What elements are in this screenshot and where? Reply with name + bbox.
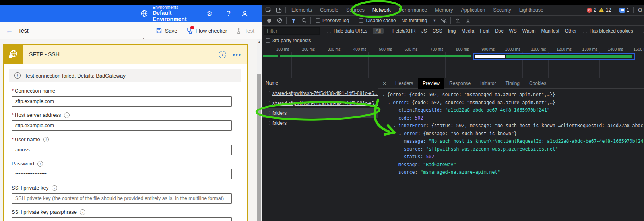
tab-elements[interactable]: Elements [287, 5, 316, 16]
tab-sources[interactable]: Sources [342, 5, 369, 16]
field-input-user-name[interactable] [12, 145, 232, 155]
filter-chip-css[interactable]: CSS [430, 28, 445, 34]
tab-response[interactable]: Response [444, 78, 475, 89]
field-input-ssh-private-key[interactable] [12, 193, 232, 204]
import-har-icon[interactable] [452, 18, 463, 23]
filter-chip-img[interactable]: Img [445, 28, 458, 34]
table-row-request[interactable]: folders [262, 108, 378, 118]
filter-chip-ws[interactable]: WS [506, 28, 520, 34]
connector-info-icon[interactable]: i [219, 51, 226, 58]
field-input-ssh-private-key-passphrase[interactable] [12, 217, 232, 221]
disable-cache-checkbox[interactable]: Disable cache [359, 18, 396, 23]
filter-chip-font[interactable]: Font [477, 28, 492, 34]
filter-chip-js[interactable]: JS [419, 28, 430, 34]
checkbox-icon[interactable] [316, 18, 320, 23]
tab-initiator[interactable]: Initiator [475, 78, 500, 89]
json-tree-line[interactable]: ▾error: {code: 502, source: "msmanaged-n… [382, 99, 644, 107]
filter-all-chip[interactable]: All [373, 28, 384, 34]
checkbox-icon[interactable] [266, 111, 270, 115]
test-button[interactable]: Test [236, 27, 254, 34]
search-icon[interactable] [299, 18, 309, 23]
checkbox-icon[interactable] [266, 101, 270, 105]
devtools-settings-icon[interactable]: ⚙ [638, 7, 642, 13]
console-warnings-badge[interactable]: 12 [599, 7, 611, 13]
clear-network-log-icon[interactable] [274, 18, 285, 23]
checkbox-icon[interactable] [583, 29, 587, 33]
checkbox-icon[interactable] [327, 29, 331, 33]
field-info-icon[interactable]: i [43, 137, 49, 142]
card-menu-button[interactable]: ••• [233, 51, 241, 58]
record-network-log-icon[interactable] [264, 18, 274, 23]
inspect-element-icon[interactable] [263, 7, 274, 13]
filter-chip-wasm[interactable]: Wasm [520, 28, 539, 34]
field-info-icon[interactable]: i [64, 112, 70, 118]
help-icon[interactable]: ? [222, 10, 235, 17]
tab-cookies[interactable]: Cookies [524, 78, 551, 89]
name-column-header[interactable]: Name [262, 78, 378, 88]
filter-chip-other[interactable]: Other [562, 28, 580, 34]
issues-badge[interactable]: 1 [619, 7, 629, 13]
disclosure-triangle-icon[interactable]: ▾ [382, 91, 387, 99]
checkbox-icon[interactable] [266, 121, 270, 125]
card-header[interactable]: SFTP - SSH i ••• [4, 45, 247, 64]
tab-memory[interactable]: Memory [431, 5, 457, 16]
field-input-connection-name[interactable] [12, 96, 232, 107]
flow-checker-button[interactable]: Flow checker [186, 27, 227, 34]
account-icon[interactable] [241, 10, 254, 17]
checkbox-icon[interactable] [266, 91, 270, 95]
tab-security[interactable]: Security [489, 5, 515, 16]
table-row-request[interactable]: shared-sftpwithssh-7fd5d438-df91-4df3-88… [262, 98, 378, 108]
has-blocked-cookies-checkbox[interactable]: Has blocked cookies [583, 28, 633, 34]
json-tree-line[interactable]: ▾innerError: {status: 502, message: "No … [382, 122, 644, 130]
disclosure-triangle-icon[interactable]: ▸ [399, 130, 404, 138]
scrollbar-thumb[interactable] [257, 74, 261, 221]
tab-performance[interactable]: Performance [395, 5, 431, 16]
field-info-icon[interactable]: i [37, 161, 43, 167]
settings-gear-icon[interactable]: ⚙ [203, 10, 216, 18]
tab-lighthouse[interactable]: Lighthouse [515, 5, 547, 16]
overview-selection[interactable] [473, 53, 635, 60]
environment-picker[interactable]: Environments Default Environment [140, 5, 203, 22]
hide-data-urls-checkbox[interactable]: Hide data URLs [327, 28, 367, 34]
device-toolbar-icon[interactable] [274, 7, 284, 13]
checkbox-icon[interactable] [266, 38, 270, 43]
disclosure-triangle-icon[interactable]: ▾ [388, 99, 393, 107]
save-button[interactable]: Save [156, 27, 177, 34]
third-party-requests-checkbox[interactable]: 3rd-party requests [266, 38, 311, 43]
preserve-log-checkbox[interactable]: Preserve log [316, 18, 349, 23]
filter-chip-doc[interactable]: Doc [492, 28, 506, 34]
tab-preview[interactable]: Preview [418, 78, 444, 89]
field-input-password[interactable] [12, 169, 232, 179]
tab-network[interactable]: Network [369, 5, 395, 16]
field-input-host-server-address[interactable] [12, 120, 232, 131]
filter-chip-manifest[interactable]: Manifest [538, 28, 562, 34]
left-scrollbar[interactable]: ▲ [257, 39, 262, 221]
close-icon[interactable]: × [378, 80, 390, 87]
tab-console[interactable]: Console [316, 5, 342, 16]
scroll-up-arrow-icon[interactable]: ▲ [257, 39, 262, 45]
field-info-icon[interactable]: i [80, 209, 85, 215]
network-overview[interactable]: 100 ms200 ms300 ms400 ms500 ms600 ms700 … [262, 45, 644, 78]
collapse-caret-icon[interactable]: ⌃ [142, 37, 145, 43]
blocked-requests-checkbox[interactable]: Blocked Req [640, 28, 644, 34]
console-errors-badge[interactable]: ✕2 [587, 7, 596, 13]
field-info-icon[interactable]: i [52, 185, 57, 191]
back-button[interactable]: ← [6, 27, 13, 35]
tab-application[interactable]: Application [457, 5, 489, 16]
export-har-icon[interactable] [463, 18, 473, 23]
table-row-request[interactable]: shared-sftpwithssh-7fd5d438-df91-4df3-88… [262, 88, 378, 98]
tab-headers[interactable]: Headers [390, 78, 418, 89]
filter-chip-media[interactable]: Media [458, 28, 477, 34]
disclosure-triangle-icon[interactable]: ▾ [394, 122, 398, 130]
checkbox-icon[interactable] [359, 18, 363, 23]
filter-input[interactable] [264, 27, 320, 35]
json-tree-line[interactable]: ▸error: {message: "No such host is known… [382, 130, 644, 138]
tab-timing[interactable]: Timing [500, 78, 524, 89]
table-row-request[interactable]: folders [262, 118, 378, 128]
network-conditions-icon[interactable] [438, 18, 449, 23]
filter-chip-fetch-xhr[interactable]: Fetch/XHR [390, 28, 419, 34]
json-tree-line[interactable]: ▾{error: {code: 502, source: "msmanaged-… [382, 91, 644, 99]
filter-icon[interactable] [288, 18, 299, 23]
throttling-select[interactable]: No throttling▼ [402, 18, 436, 23]
checkbox-icon[interactable] [640, 29, 644, 33]
